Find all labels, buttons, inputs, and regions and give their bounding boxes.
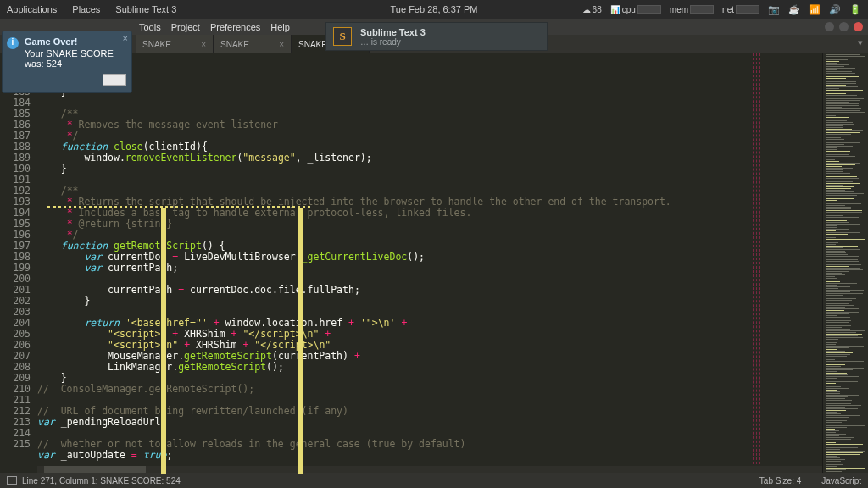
- dialog-close-icon[interactable]: ×: [123, 33, 128, 43]
- close-icon[interactable]: ×: [201, 40, 206, 49]
- horizontal-scrollbar[interactable]: [37, 466, 822, 473]
- status-bar: Line 271, Column 1; SNAKE SCORE: 524 Tab…: [0, 473, 868, 488]
- camera-icon[interactable]: 📷: [768, 4, 780, 15]
- system-top-bar: Applications Places Sublime Text 3 Tue F…: [0, 0, 868, 19]
- line-number-gutter: 1801811821831841851861871881891901911921…: [0, 53, 37, 473]
- minimap[interactable]: [822, 53, 868, 473]
- notification-popup[interactable]: S Sublime Text 3 … is ready: [326, 22, 548, 51]
- editor-pane: 1801811821831841851861871881891901911921…: [0, 53, 868, 473]
- clock[interactable]: Tue Feb 28, 6:37 PM: [391, 4, 478, 14]
- menu-item[interactable]: Project: [168, 22, 203, 32]
- cloud-indicator[interactable]: ☁ 68: [582, 5, 602, 14]
- editor-tab[interactable]: SNAKE×: [214, 35, 292, 53]
- window-minimize-button[interactable]: [825, 22, 834, 31]
- window-maximize-button[interactable]: [839, 22, 849, 31]
- menu-applications[interactable]: Applications: [7, 4, 57, 14]
- network-icon[interactable]: 📶: [809, 4, 821, 15]
- dialog-title: Game Over!: [25, 36, 126, 47]
- coffee-icon[interactable]: ☕: [788, 4, 800, 15]
- menu-places[interactable]: Places: [72, 4, 100, 14]
- mem-meter: mem: [670, 5, 714, 14]
- tab-overflow-icon[interactable]: ▾: [858, 37, 863, 48]
- volume-icon[interactable]: 🔊: [829, 4, 841, 15]
- code-area[interactable]: } /** * Removes the message event listen…: [37, 53, 822, 473]
- syntax-selector[interactable]: JavaScript: [821, 476, 861, 485]
- close-icon[interactable]: ×: [279, 40, 284, 49]
- notification-body: … is ready: [360, 37, 426, 47]
- notification-title: Sublime Text 3: [360, 27, 426, 37]
- document-icon: [7, 476, 17, 485]
- window-close-button[interactable]: [854, 22, 863, 31]
- sublime-icon: S: [333, 27, 352, 46]
- game-over-dialog: × i Game Over! Your SNAKE SCORE was: 524: [2, 30, 132, 93]
- dialog-ok-button[interactable]: [103, 74, 126, 86]
- battery-icon[interactable]: 🔋: [849, 4, 861, 15]
- menu-active-app[interactable]: Sublime Text 3: [115, 4, 176, 14]
- menu-item[interactable]: Preferences: [207, 22, 264, 32]
- net-meter: net: [722, 5, 760, 14]
- dialog-body: Your SNAKE SCORE was: 524: [25, 48, 126, 69]
- info-icon: i: [7, 37, 19, 49]
- cpu-meter: 📊 cpu: [610, 5, 661, 14]
- menu-item[interactable]: Tools: [136, 22, 164, 32]
- scrollbar-thumb[interactable]: [44, 466, 146, 473]
- status-left[interactable]: Line 271, Column 1; SNAKE SCORE: 524: [22, 476, 181, 485]
- menu-item[interactable]: Help: [267, 22, 293, 32]
- editor-tab[interactable]: SNAKE×: [136, 35, 214, 53]
- tab-size-selector[interactable]: Tab Size: 4: [760, 476, 801, 485]
